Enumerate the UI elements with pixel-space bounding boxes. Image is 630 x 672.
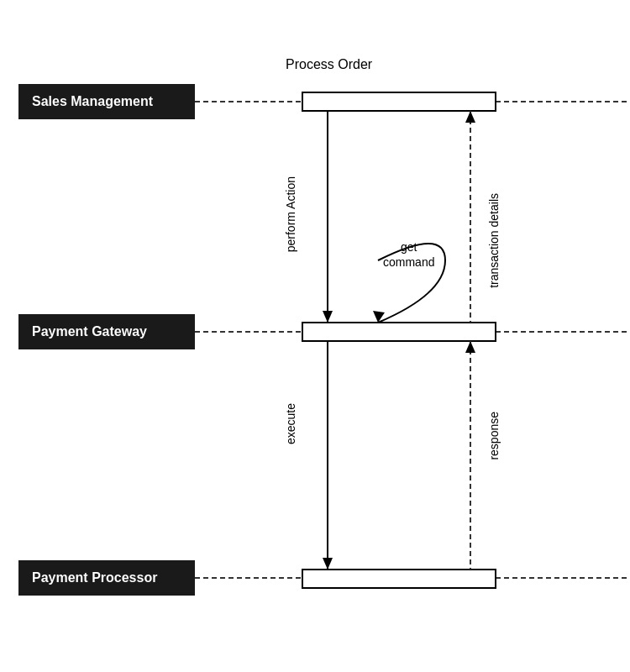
transaction-details-label: transaction details (487, 193, 501, 288)
svg-rect-6 (302, 92, 496, 111)
response-label: response (487, 412, 501, 460)
perform-action-label: perform Action (284, 176, 297, 252)
svg-marker-12 (465, 111, 475, 123)
actor-gateway-label: Payment Gateway (32, 324, 147, 339)
actor-processor-label: Payment Processor (32, 570, 157, 585)
svg-marker-10 (323, 311, 333, 323)
svg-rect-7 (302, 323, 496, 341)
actor-sales-management: Sales Management (18, 84, 195, 119)
process-order-label: Process Order (286, 57, 372, 72)
actor-payment-gateway: Payment Gateway (18, 314, 195, 349)
svg-marker-15 (323, 558, 333, 570)
diagram-container: Process Order Sales Management Payment G… (0, 0, 630, 672)
svg-marker-13 (373, 311, 385, 323)
get-command-label: getcommand (383, 239, 434, 270)
actor-payment-processor: Payment Processor (18, 560, 195, 596)
execute-label: execute (284, 403, 297, 444)
svg-marker-17 (465, 341, 475, 353)
actor-sales-label: Sales Management (32, 94, 153, 109)
svg-rect-8 (302, 570, 496, 588)
